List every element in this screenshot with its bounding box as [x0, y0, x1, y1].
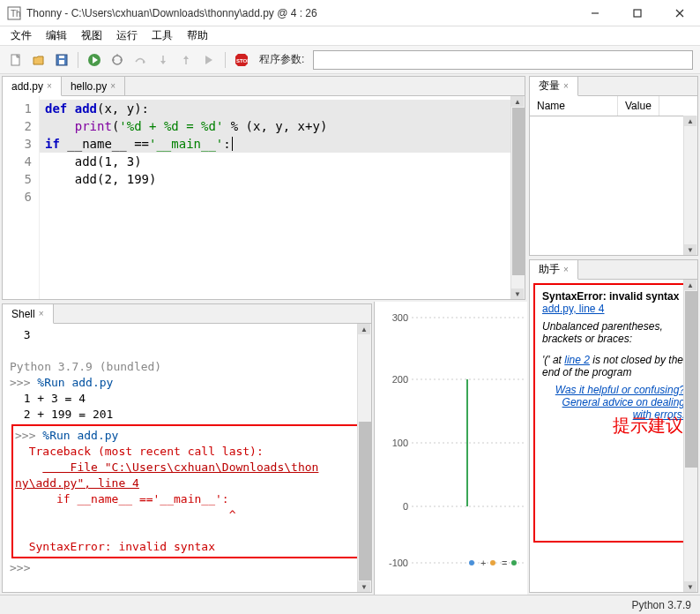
scroll-up-icon[interactable]: ▲	[358, 324, 370, 334]
menu-help[interactable]: 帮助	[182, 26, 213, 45]
close-button[interactable]	[666, 4, 693, 22]
error-highlight-box: >>> %Run add.py Traceback (most recent c…	[11, 424, 362, 558]
tab-assistant[interactable]: 助手×	[530, 260, 578, 280]
plot-panel: 300 200 100 0 -100	[374, 302, 527, 595]
svg-marker-21	[183, 56, 189, 59]
new-file-icon[interactable]	[7, 51, 25, 69]
args-label: 程序参数:	[259, 52, 304, 67]
tab-close-icon[interactable]: ×	[563, 265, 569, 274]
open-file-icon[interactable]	[30, 51, 48, 69]
assistant-file-link[interactable]: add.py, line 4	[542, 303, 605, 315]
menu-file[interactable]: 文件	[5, 26, 37, 45]
toolbar: STOP 程序参数:	[0, 46, 700, 74]
svg-point-40	[511, 560, 517, 565]
svg-point-38	[490, 560, 495, 565]
statusbar: Python 3.7.9	[0, 595, 700, 614]
tab-add-py[interactable]: add.py×	[3, 77, 62, 96]
menu-run[interactable]: 运行	[111, 26, 143, 45]
variables-header: Name Value	[530, 96, 697, 116]
save-file-icon[interactable]	[53, 51, 71, 69]
assistant-feedback-link[interactable]: Was it helpful or confusing?	[555, 384, 685, 396]
svg-point-36	[469, 560, 474, 565]
assistant-line-link[interactable]: line 2	[564, 354, 590, 366]
maximize-button[interactable]	[624, 4, 651, 22]
vars-scrollbar[interactable]: ▲▼	[683, 116, 697, 255]
svg-rect-3	[634, 10, 641, 17]
col-value[interactable]: Value	[618, 96, 659, 116]
scroll-down-icon[interactable]: ▼	[358, 581, 370, 592]
editor-panel: add.py× hello.py× 1 2 3 4 5 6 def add(x,…	[2, 76, 525, 300]
menu-tools[interactable]: 工具	[146, 26, 178, 45]
scroll-down-icon[interactable]: ▼	[511, 288, 524, 299]
col-name[interactable]: Name	[530, 96, 618, 116]
scroll-up-icon[interactable]: ▲	[511, 96, 524, 107]
tab-close-icon[interactable]: ×	[563, 81, 569, 91]
tab-close-icon[interactable]: ×	[39, 309, 44, 318]
editor-scrollbar[interactable]: ▲ ▼	[510, 96, 525, 299]
variables-body	[530, 116, 697, 255]
tab-shell[interactable]: Shell×	[3, 304, 54, 324]
args-input[interactable]	[313, 50, 693, 70]
svg-text:=: =	[502, 558, 507, 568]
svg-text:300: 300	[392, 312, 408, 323]
shell-scrollbar[interactable]: ▲ ▼	[357, 324, 371, 592]
svg-text:200: 200	[392, 374, 408, 385]
svg-text:+: +	[480, 558, 486, 568]
svg-text:100: 100	[392, 438, 408, 448]
titlebar: Th Thonny - C:\Users\cxhuan\Downloads\th…	[0, 0, 700, 26]
code-editor[interactable]: 1 2 3 4 5 6 def add(x, y): print('%d + %…	[3, 96, 525, 299]
resume-icon[interactable]	[200, 51, 218, 69]
svg-marker-19	[160, 61, 166, 64]
svg-text:Th: Th	[11, 9, 21, 19]
scroll-thumb[interactable]	[512, 108, 525, 275]
tab-hello-py[interactable]: hello.py×	[62, 77, 125, 95]
code-area[interactable]: def add(x, y): print('%d + %d = %d' % (x…	[40, 96, 525, 299]
variables-panel: 变量× Name Value ▲▼	[529, 76, 698, 256]
assistant-error-title: SyntaxError: invalid syntax	[542, 290, 685, 303]
python-version[interactable]: Python 3.7.9	[632, 599, 691, 611]
tab-variables[interactable]: 变量×	[530, 77, 578, 96]
step-into-icon[interactable]	[154, 51, 172, 69]
svg-rect-10	[59, 56, 64, 58]
svg-text:STOP: STOP	[236, 58, 249, 64]
stop-icon[interactable]: STOP	[233, 51, 250, 69]
menu-view[interactable]: 视图	[76, 26, 108, 45]
assistant-scrollbar[interactable]: ▲ ▼	[683, 280, 697, 592]
assistant-content: SyntaxError: invalid syntax add.py, line…	[533, 283, 694, 543]
app-logo-icon: Th	[7, 6, 21, 20]
svg-rect-9	[59, 60, 64, 64]
svg-marker-22	[205, 56, 212, 64]
window-title: Thonny - C:\Users\cxhuan\Downloads\thonn…	[26, 7, 582, 19]
line-gutter: 1 2 3 4 5 6	[3, 96, 40, 299]
tab-close-icon[interactable]: ×	[110, 81, 115, 91]
menu-edit[interactable]: 编辑	[41, 26, 72, 45]
assistant-hint-annotation: 提示建议	[613, 414, 683, 438]
debug-icon[interactable]	[108, 51, 126, 69]
traceback-file-link[interactable]: File "C:\Users\cxhuan\Downloads\thonny\a…	[15, 460, 318, 490]
shell-output[interactable]: 3 Python 3.7.9 (bundled)>>> %Run add.py …	[3, 324, 371, 580]
scroll-thumb[interactable]	[359, 422, 371, 580]
menubar: 文件 编辑 视图 运行 工具 帮助	[0, 26, 700, 46]
svg-text:-100: -100	[389, 558, 408, 568]
step-over-icon[interactable]	[131, 51, 149, 69]
shell-panel: Shell× 3 Python 3.7.9 (bundled)>>> %Run …	[2, 303, 372, 593]
assistant-panel: 助手× SyntaxError: invalid syntax add.py, …	[529, 259, 698, 593]
editor-tabs: add.py× hello.py×	[3, 77, 525, 96]
run-icon[interactable]	[86, 51, 103, 69]
svg-text:0: 0	[403, 501, 408, 512]
step-out-icon[interactable]	[177, 51, 195, 69]
tab-close-icon[interactable]: ×	[47, 81, 52, 91]
plot-chart: 300 200 100 0 -100	[375, 302, 528, 575]
minimize-button[interactable]	[582, 4, 608, 22]
